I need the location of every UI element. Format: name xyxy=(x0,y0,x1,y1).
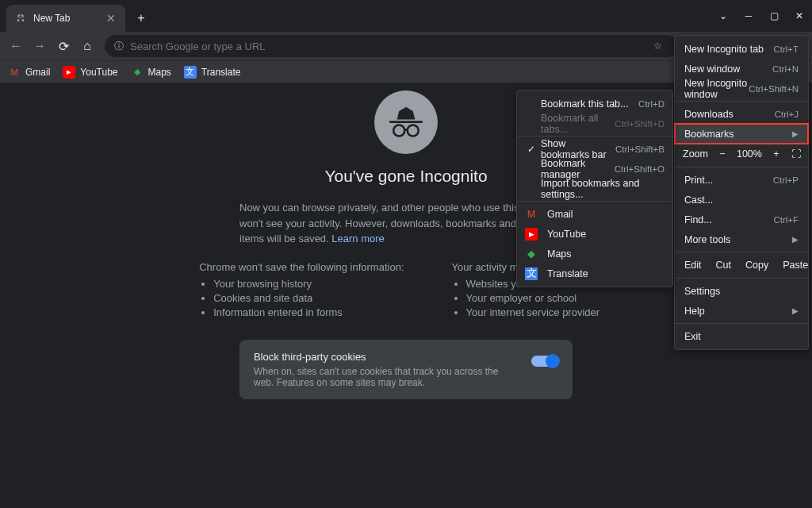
menu-more-tools[interactable]: More tools▶ xyxy=(675,229,808,249)
menu-label: YouTube xyxy=(547,229,665,240)
menu-label: Downloads xyxy=(684,109,733,120)
menu-print[interactable]: Print...Ctrl+P xyxy=(675,170,808,190)
bookmark-maps[interactable]: ◆Maps xyxy=(131,66,171,79)
submenu-item-gmail[interactable]: MGmail xyxy=(517,204,672,224)
address-input[interactable] xyxy=(130,40,653,52)
menu-label: Import bookmarks and settings... xyxy=(541,178,665,200)
menu-downloads[interactable]: DownloadsCtrl+J xyxy=(675,104,808,124)
list-item: Your browsing history xyxy=(213,278,404,290)
svg-rect-0 xyxy=(389,121,423,123)
bookmark-label: Gmail xyxy=(25,67,50,78)
menu-cast[interactable]: Cast... xyxy=(675,190,808,210)
bookmark-youtube[interactable]: ▸YouTube xyxy=(63,66,117,79)
star-icon[interactable]: ☆ xyxy=(653,40,662,52)
menu-find[interactable]: Find...Ctrl+F xyxy=(675,210,808,229)
menu-shortcut: Ctrl+N xyxy=(772,64,799,74)
menu-label: Bookmarks xyxy=(684,129,734,140)
menu-new-incognito-tab[interactable]: New Incognito tabCtrl+T xyxy=(675,39,808,59)
titlebar: New Tab ✕ + ⌄ ─ ▢ ✕ xyxy=(0,0,812,32)
menu-label: New Incognito window xyxy=(684,78,749,100)
cookie-toggle[interactable] xyxy=(531,356,558,367)
bookmark-gmail[interactable]: MGmail xyxy=(8,66,50,79)
reload-button[interactable]: ⟳ xyxy=(52,35,75,57)
cookie-desc: When on, sites can't use cookies that tr… xyxy=(254,366,520,388)
menu-label: New Incognito tab xyxy=(684,44,764,55)
tab-title: New Tab xyxy=(33,13,105,24)
svg-point-1 xyxy=(393,125,404,137)
menu-settings[interactable]: Settings xyxy=(675,281,808,301)
submenu-show-bar[interactable]: ✓Show bookmarks barCtrl+Shift+B xyxy=(517,139,672,159)
app-menu: New Incognito tabCtrl+T New windowCtrl+N… xyxy=(674,35,809,350)
tab-active[interactable]: New Tab ✕ xyxy=(6,5,125,32)
forward-button[interactable]: → xyxy=(29,35,51,57)
gmail-icon: M xyxy=(525,208,538,221)
submenu-item-youtube[interactable]: ▸YouTube xyxy=(517,224,672,244)
menu-shortcut: Ctrl+D xyxy=(638,99,665,109)
menu-label: Edit xyxy=(684,260,702,271)
zoom-out-button[interactable]: − xyxy=(716,148,729,160)
menu-label: Settings xyxy=(684,286,720,297)
bookmark-translate[interactable]: 文Translate xyxy=(184,66,241,79)
menu-shortcut: Ctrl+J xyxy=(775,110,799,119)
youtube-icon: ▸ xyxy=(525,228,538,241)
menu-label: Bookmark all tabs... xyxy=(541,113,615,135)
menu-shortcut: Ctrl+F xyxy=(773,215,799,225)
translate-icon: 文 xyxy=(525,267,538,280)
menu-help[interactable]: Help▶ xyxy=(675,301,808,321)
chevron-right-icon: ▶ xyxy=(792,129,799,138)
menu-label: Print... xyxy=(684,175,713,186)
svg-point-2 xyxy=(408,125,419,137)
new-tab-button[interactable]: + xyxy=(130,7,152,29)
bookmark-label: Maps xyxy=(148,67,171,78)
maximize-button[interactable]: ▢ xyxy=(761,3,787,29)
menu-label: Bookmark this tab... xyxy=(541,98,638,110)
bookmarks-submenu: Bookmark this tab...Ctrl+D Bookmark all … xyxy=(516,90,673,287)
menu-shortcut: Ctrl+Shift+O xyxy=(615,164,665,174)
menu-label: Zoom xyxy=(683,148,708,160)
home-button[interactable]: ⌂ xyxy=(76,35,98,57)
check-icon: ✓ xyxy=(525,144,538,155)
chevron-down-icon[interactable]: ⌄ xyxy=(710,3,736,29)
back-button[interactable]: ← xyxy=(5,35,27,57)
menu-edit-row: Edit Cut Copy Paste xyxy=(675,255,808,275)
left-column: Chrome won't save the following informat… xyxy=(199,261,404,321)
fullscreen-icon[interactable]: ⛶ xyxy=(791,148,803,160)
menu-label: Help xyxy=(684,306,705,317)
paste-button[interactable]: Paste xyxy=(783,260,808,271)
submenu-bookmark-tab[interactable]: Bookmark this tab...Ctrl+D xyxy=(517,94,672,114)
close-window-button[interactable]: ✕ xyxy=(787,3,812,29)
copy-button[interactable]: Copy xyxy=(745,260,768,271)
chevron-right-icon: ▶ xyxy=(792,235,799,244)
menu-shortcut: Ctrl+T xyxy=(773,44,799,54)
cookie-title: Block third-party cookies xyxy=(254,351,520,363)
menu-exit[interactable]: Exit xyxy=(675,326,808,346)
cut-button[interactable]: Cut xyxy=(716,260,731,271)
close-icon[interactable]: ✕ xyxy=(105,12,117,25)
bookmark-label: YouTube xyxy=(80,67,117,78)
left-col-title: Chrome won't save the following informat… xyxy=(199,261,404,273)
omnibox[interactable]: ⓘ ☆ xyxy=(105,35,678,57)
menu-label: Gmail xyxy=(547,209,665,220)
menu-new-incognito-window[interactable]: New Incognito windowCtrl+Shift+N xyxy=(675,79,808,98)
menu-label: More tools xyxy=(684,234,730,245)
minimize-button[interactable]: ─ xyxy=(736,3,761,29)
list-item: Information entered in forms xyxy=(213,306,404,318)
menu-shortcut: Ctrl+Shift+N xyxy=(749,84,799,94)
learn-more-link[interactable]: Learn more xyxy=(331,233,384,244)
menu-label: Cast... xyxy=(684,194,713,206)
menu-label: Find... xyxy=(684,214,712,225)
submenu-item-maps[interactable]: ◆Maps xyxy=(517,244,672,264)
menu-bookmarks[interactable]: Bookmarks▶ xyxy=(675,124,808,144)
submenu-manager[interactable]: Bookmark managerCtrl+Shift+O xyxy=(517,159,672,179)
menu-label: Show bookmarks bar xyxy=(541,138,615,160)
maps-icon: ◆ xyxy=(525,248,538,260)
menu-new-window[interactable]: New windowCtrl+N xyxy=(675,59,808,79)
menu-label: New window xyxy=(684,64,740,75)
submenu-import[interactable]: Import bookmarks and settings... xyxy=(517,179,672,198)
submenu-item-translate[interactable]: 文Translate xyxy=(517,264,672,283)
window-controls: ⌄ ─ ▢ ✕ xyxy=(710,3,812,32)
list-item: Your internet service provider xyxy=(466,306,613,318)
list-item: Cookies and site data xyxy=(213,292,404,304)
zoom-in-button[interactable]: + xyxy=(770,148,783,160)
incognito-icon xyxy=(14,12,27,25)
